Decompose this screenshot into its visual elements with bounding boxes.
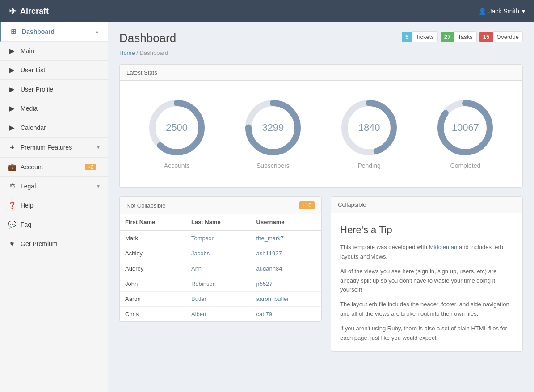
- tasks-badge: 27 Tasks: [441, 31, 477, 42]
- page-header: Dashboard 5 Tickets 27 Tasks 15 Overdue: [119, 31, 523, 45]
- get-premium-icon: ♥: [8, 240, 16, 247]
- sidebar-label-premium: Premium Features: [21, 144, 72, 151]
- table-card-header: Not Collapsible +10: [120, 197, 321, 214]
- cell-first-5: Chris: [120, 307, 186, 322]
- stats-row: 2500 Accounts 3299 Subscribers 1840 Pend…: [129, 90, 513, 178]
- cell-username-3: jr5527: [251, 276, 321, 292]
- cell-username-1: ash11927: [251, 246, 321, 261]
- sidebar: ⊞ Dashboard ▲ ▶ Main ▶ User List ▶ User …: [0, 22, 108, 392]
- sidebar-item-calendar[interactable]: ▶ Calendar: [0, 118, 108, 138]
- table-card: Not Collapsible +10 First Name Last Name…: [119, 196, 322, 322]
- layout: ⊞ Dashboard ▲ ▶ Main ▶ User List ▶ User …: [0, 22, 534, 392]
- donut-value-2: 1840: [358, 122, 380, 133]
- sidebar-label-main: Main: [21, 47, 34, 54]
- user-list-icon: ▶: [8, 66, 16, 74]
- sidebar-item-faq[interactable]: 💬 Faq: [0, 215, 108, 234]
- account-badge: +3: [85, 164, 96, 170]
- tip-section: Collapsible Here's a Tip This template w…: [331, 196, 523, 361]
- stat-label-2: Pending: [357, 162, 380, 169]
- cell-first-2: Audrey: [120, 261, 186, 276]
- stat-item-accounts: 2500 Accounts: [148, 99, 206, 169]
- cell-last-5: Albert: [186, 307, 251, 322]
- sidebar-item-main[interactable]: ▶ Main: [0, 42, 108, 61]
- navbar-brand[interactable]: ✈ Aircraft: [9, 6, 49, 17]
- header-badges: 5 Tickets 27 Tasks 15 Overdue: [402, 31, 523, 42]
- stat-item-completed: 10067 Completed: [436, 99, 494, 169]
- tickets-label: Tickets: [412, 31, 438, 42]
- user-profile-icon: ▶: [8, 85, 16, 93]
- donut-accounts: 2500: [148, 99, 206, 157]
- tip-card-header: Collapsible: [331, 197, 522, 213]
- middleman-link[interactable]: Middleman: [429, 244, 458, 250]
- dashboard-icon: ⊞: [9, 28, 17, 36]
- cell-last-3: Robinson: [186, 276, 251, 292]
- sidebar-label-media: Media: [21, 105, 38, 112]
- sidebar-label-calendar: Calendar: [21, 124, 46, 131]
- table-badge: +10: [299, 201, 315, 209]
- breadcrumb-separator: /: [136, 50, 139, 56]
- tip-paragraph-1: All of the views you see here (sign in, …: [340, 267, 513, 295]
- sidebar-item-media[interactable]: ▶ Media: [0, 99, 108, 118]
- tip-paragraph-0: This template was developed with Middlem…: [340, 243, 513, 262]
- tip-card-body: Here's a Tip This template was developed…: [331, 213, 522, 351]
- tip-paragraph-2: The layout.erb file includes the header,…: [340, 300, 513, 319]
- sidebar-item-premium[interactable]: + Premium Features ▾: [0, 138, 108, 158]
- sidebar-label-legal: Legal: [21, 183, 36, 190]
- stat-item-subscribers: 3299 Subscribers: [244, 99, 302, 169]
- brand-label: Aircraft: [20, 7, 49, 16]
- tasks-count: 27: [441, 32, 454, 42]
- donut-value-0: 2500: [166, 122, 188, 133]
- breadcrumb: Home / Dashboard: [119, 50, 523, 56]
- donut-value-3: 10067: [452, 122, 479, 133]
- table-card-body: First Name Last Name Username Mark Tomps…: [120, 214, 321, 321]
- col-first-name: First Name: [120, 214, 186, 230]
- premium-icon: +: [8, 143, 16, 152]
- col-last-name: Last Name: [186, 214, 251, 230]
- sidebar-label-help: Help: [21, 202, 34, 209]
- users-table: First Name Last Name Username Mark Tomps…: [120, 214, 321, 321]
- sidebar-item-get-premium[interactable]: ♥ Get Premium: [0, 234, 108, 253]
- sidebar-item-help[interactable]: ❓ Help: [0, 196, 108, 215]
- tickets-badge: 5 Tickets: [402, 31, 438, 42]
- sidebar-item-legal[interactable]: ⚖ Legal ▾: [0, 177, 108, 196]
- cell-username-2: audann84: [251, 261, 321, 276]
- overdue-badge: 15 Overdue: [479, 31, 523, 42]
- sidebar-item-user-list[interactable]: ▶ User List: [0, 61, 108, 80]
- stats-card-body: 2500 Accounts 3299 Subscribers 1840 Pend…: [120, 81, 522, 187]
- cell-first-3: John: [120, 276, 186, 292]
- main-icon: ▶: [8, 47, 16, 55]
- media-icon: ▶: [8, 104, 16, 113]
- chevron-up-icon: ▲: [94, 29, 100, 35]
- sidebar-label-user-list: User List: [21, 67, 45, 74]
- donut-subscribers: 3299: [244, 99, 302, 157]
- account-icon: 💼: [8, 163, 16, 171]
- help-icon: ❓: [8, 201, 16, 209]
- sidebar-label-account: Account: [21, 163, 43, 171]
- tip-title: Here's a Tip: [340, 222, 513, 238]
- bottom-row: Not Collapsible +10 First Name Last Name…: [119, 196, 523, 361]
- faq-icon: 💬: [8, 221, 16, 229]
- sidebar-item-dashboard[interactable]: ⊞ Dashboard ▲: [0, 22, 108, 42]
- cell-username-0: the_mark7: [251, 230, 321, 246]
- cell-username-4: aaron_butler: [251, 292, 321, 307]
- chevron-down-premium-icon: ▾: [97, 144, 100, 150]
- main-content: Dashboard 5 Tickets 27 Tasks 15 Overdue …: [108, 22, 534, 392]
- cell-first-4: Aaron: [120, 292, 186, 307]
- cell-last-4: Butler: [186, 292, 251, 307]
- user-menu[interactable]: 👤 Jack Smith ▾: [479, 8, 525, 15]
- chevron-down-legal-icon: ▾: [97, 183, 100, 189]
- table-row: John Robinson jr5527: [120, 276, 321, 292]
- breadcrumb-home[interactable]: Home: [119, 50, 135, 56]
- cell-first-0: Mark: [120, 230, 186, 246]
- table-row: Chris Albert cab79: [120, 307, 321, 322]
- navbar: ✈ Aircraft 👤 Jack Smith ▾: [0, 0, 534, 22]
- sidebar-item-account[interactable]: 💼 Account +3: [0, 158, 108, 177]
- cell-last-1: Jacobs: [186, 246, 251, 261]
- cell-last-2: Ann: [186, 261, 251, 276]
- tip-section-title: Collapsible: [338, 201, 366, 208]
- donut-completed: 10067: [436, 99, 494, 157]
- calendar-icon: ▶: [8, 124, 16, 132]
- caret-icon: ▾: [522, 8, 525, 15]
- sidebar-item-user-profile[interactable]: ▶ User Profile: [0, 80, 108, 99]
- stat-item-pending: 1840 Pending: [340, 99, 398, 169]
